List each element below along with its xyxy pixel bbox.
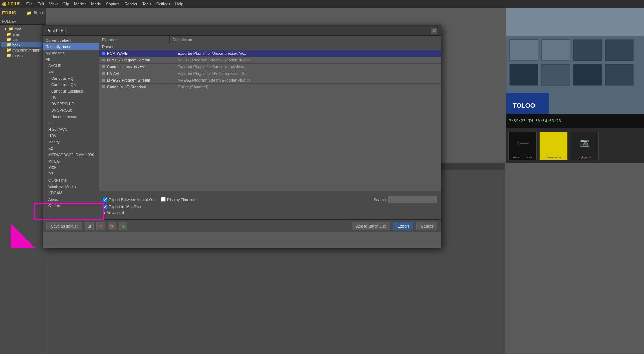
menu-mode[interactable]: Mode <box>89 1 103 7</box>
timecode-left: 3:59:23 <box>509 119 525 123</box>
logo-icon: ◉ <box>2 1 6 7</box>
search-input[interactable] <box>388 196 437 203</box>
add-button[interactable]: ⊕ <box>119 222 127 230</box>
dialog-bottom: Export Between In and Out Display Timeco… <box>99 191 441 219</box>
menu-tools[interactable]: Tools <box>140 1 154 7</box>
display-timecode-label[interactable]: Display Timecode <box>161 197 198 202</box>
dialog-close-button[interactable]: ✕ <box>431 28 437 34</box>
sidebar-dv[interactable]: DV <box>43 94 99 101</box>
add-to-batch-button[interactable]: Add to Batch List <box>352 222 390 230</box>
menu-clip[interactable]: Clip <box>60 1 71 7</box>
sidebar-dvcpro-hd[interactable]: DVCPRO HD <box>43 101 99 107</box>
grid-view-button[interactable]: ⊞ <box>85 222 94 230</box>
exporter-desc-5: Online (Standard) <box>178 85 208 89</box>
sidebar-avchd[interactable]: AVCHD <box>43 63 99 69</box>
thumbnail-1[interactable]: Color Matte <box>539 132 568 160</box>
thumb-label-2: طلوع نلوع <box>572 156 598 159</box>
sidebar-mediaedge[interactable]: MEDIAEDGE/HDMA-4000 <box>43 152 99 158</box>
menu-settings[interactable]: Settings <box>154 1 173 7</box>
thumb-label-0: 20140120-0001 <box>509 156 536 159</box>
sidebar-hdv[interactable]: HDV <box>43 132 99 139</box>
menu-file[interactable]: File <box>24 1 35 7</box>
dialog-overlay: Print to File ✕ Current default Recently… <box>0 8 508 255</box>
thumb-icon-2: 📷 <box>571 132 598 153</box>
sidebar-xdcam[interactable]: XDCAM <box>43 190 99 196</box>
display-timecode-checkbox[interactable] <box>161 197 166 202</box>
search-label: Search <box>374 197 386 202</box>
menu-help[interactable]: Help <box>173 1 185 7</box>
exporter-name-1: MPEG2 Program Stream <box>107 58 178 62</box>
exporter-indicator-2 <box>102 65 105 68</box>
thumbnail-2[interactable]: 📷 طلوع نلوع <box>571 132 599 160</box>
sidebar-others[interactable]: Others <box>43 202 99 209</box>
advanced-row: ▶ Advanced <box>103 211 437 215</box>
advanced-button[interactable]: ▶ Advanced <box>103 211 124 215</box>
exporter-row-1[interactable]: MPEG2 Program Stream MPEG2 Program Strea… <box>99 57 441 64</box>
exporter-row-2[interactable]: Canopus Lossless AVI Exporter Plug-in fo… <box>99 64 441 70</box>
exporter-desc-3: Exporter Plug-in for DV Compressed A... <box>178 71 247 76</box>
svg-rect-9 <box>605 64 633 85</box>
sidebar-my-presets[interactable]: My presets <box>43 50 99 56</box>
main-area: EDIUS 📁 🔍 ↺ FOLDER ▼ 📁 root 📁 arm 📁 .ax <box>0 8 644 354</box>
preset-bar: Preset <box>99 43 441 50</box>
app-name: EDIUS <box>8 1 21 6</box>
sidebar-all[interactable]: All <box>43 56 99 63</box>
menu-view[interactable]: View <box>47 1 60 7</box>
sidebar-k2[interactable]: K2 <box>43 145 99 152</box>
export-16bit-label[interactable]: Export in 16bit/2ch <box>103 205 141 209</box>
export-16bit-checkbox[interactable] <box>103 205 107 209</box>
sidebar-infinity[interactable]: Infinity <box>43 139 99 145</box>
sidebar-dvcpro50[interactable]: DVCPRO50 <box>43 107 99 113</box>
export-between-checkbox[interactable] <box>103 197 107 202</box>
sidebar-avi[interactable]: AVI <box>43 69 99 75</box>
sidebar-recently-used[interactable]: Recently used <box>43 43 99 50</box>
menu-render[interactable]: Render <box>123 1 139 7</box>
exporter-indicator-0 <box>102 52 105 55</box>
sidebar-canopus-hqx[interactable]: Canopus HQX <box>43 82 99 88</box>
menu-capture[interactable]: Capture <box>104 1 122 7</box>
sidebar-current-default[interactable]: Current default <box>43 37 99 43</box>
exporter-col-header: Exporter <box>99 36 170 43</box>
app-logo: ◉ EDIUS <box>2 1 21 7</box>
thumb-icon-0: T━━━━━ <box>509 132 536 153</box>
export-button[interactable]: Export <box>393 222 413 230</box>
sidebar-h264[interactable]: H.264/AVC <box>43 126 99 132</box>
sidebar-uncompressed[interactable]: Uncompressed <box>43 113 99 120</box>
sidebar-quicktime[interactable]: QuickTime <box>43 177 99 183</box>
svg-rect-4 <box>573 40 602 61</box>
settings-button[interactable]: ⚙ <box>108 222 116 230</box>
exporter-list: PCM WAVE Exporter Plug-in for Uncompress… <box>99 50 441 191</box>
export-16bit-text: Export in 16bit/2ch <box>109 205 141 209</box>
sidebar-gf[interactable]: GF <box>43 120 99 126</box>
sidebar-audio[interactable]: Audio <box>43 196 99 202</box>
export-between-label[interactable]: Export Between In and Out <box>103 197 155 202</box>
sidebar-mxf[interactable]: MXF <box>43 164 99 171</box>
exporter-desc-1: MPEG2 Program Stream Exporter Plug-in <box>178 58 250 62</box>
svg-rect-7 <box>542 64 570 85</box>
sidebar-windows-media[interactable]: Windows Media <box>43 183 99 190</box>
sidebar-canopus-hq[interactable]: Canopus HQ <box>43 75 99 82</box>
exporter-indicator-1 <box>102 59 105 61</box>
sidebar-canopus-lossless[interactable]: Canopus Lossless <box>43 88 99 94</box>
exporter-row-4[interactable]: MPEG2 Program Stream MPEG2 Program Strea… <box>99 77 441 84</box>
menu-marker[interactable]: Marker <box>72 1 88 7</box>
exporter-desc-0: Exporter Plug-in for Uncompressed W... <box>178 51 246 55</box>
exporter-indicator-5 <box>102 85 105 88</box>
exporter-name-5: Canopus HQ Standard <box>107 85 178 89</box>
svg-rect-3 <box>542 40 570 61</box>
svg-rect-5 <box>605 40 633 61</box>
thumbnail-0[interactable]: T━━━━━ 20140120-0001 <box>508 132 537 160</box>
export-between-text: Export Between In and Out <box>109 197 155 202</box>
exporter-row-3[interactable]: DV AVI Exporter Plug-in for DV Compresse… <box>99 70 441 77</box>
exporter-row-5[interactable]: Canopus HQ Standard Online (Standard) <box>99 84 441 90</box>
building-visual: TOLOO <box>506 8 644 114</box>
exporter-row-0[interactable]: PCM WAVE Exporter Plug-in for Uncompress… <box>99 50 441 57</box>
cancel-button[interactable]: Cancel <box>416 222 437 230</box>
preset-label: Preset <box>102 45 113 49</box>
sidebar-p2[interactable]: P2 <box>43 171 99 177</box>
sidebar-mpeg[interactable]: MPEG <box>43 158 99 164</box>
delete-button[interactable]: ✕ <box>96 222 105 230</box>
preview-label: TOLOO <box>510 101 538 110</box>
menu-edit[interactable]: Edit <box>35 1 46 7</box>
save-as-default-button[interactable]: Save as default <box>46 222 82 230</box>
